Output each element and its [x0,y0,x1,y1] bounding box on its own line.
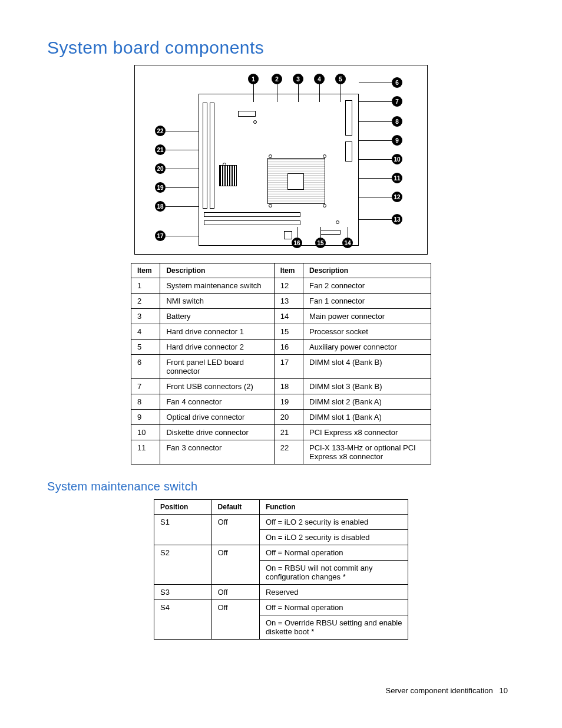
cell-description: Hard drive connector 1 [160,324,274,340]
callout-6: 6 [392,77,402,88]
table-row: S3OffReserved [154,585,408,600]
cell-function: On = RBSU will not commit any configurat… [259,561,408,585]
cell-description: Fan 2 connector [303,278,431,294]
callout-11: 11 [392,173,402,183]
callout-20: 20 [155,163,166,174]
table-row: 3Battery14Main power connector [131,309,431,324]
table-row: 2NMI switch13Fan 1 connector [131,294,431,309]
cell-default: Off [211,515,259,545]
cell-item: 2 [131,294,160,309]
callout-5: 5 [335,74,346,84]
components-table: Item Description Item Description 1Syste… [131,263,431,465]
cell-position: S4 [154,600,212,640]
table-row: 5Hard drive connector 216Auxiliary power… [131,340,431,355]
cell-item: 7 [131,379,160,394]
cell-item: 16 [274,340,303,355]
cell-item: 6 [131,355,160,379]
table-header-row: Item Description Item Description [131,263,431,278]
col-item: Item [274,263,303,278]
cell-item: 19 [274,394,303,410]
table-row: 6Front panel LED board connector17DIMM s… [131,355,431,379]
table-row: 10Diskette drive connector21PCI Express … [131,425,431,440]
cell-default: Off [211,600,259,640]
col-description: Description [303,263,431,278]
col-position: Position [154,500,212,515]
callout-8: 8 [392,116,402,127]
cell-description: PCI Express x8 connector [303,425,431,440]
callout-22: 22 [155,126,166,136]
cell-function: Off = Normal operation [259,600,408,615]
callout-4: 4 [314,74,325,84]
cell-item: 10 [131,425,160,440]
table-row: S2OffOff = Normal operation [154,545,408,561]
cell-description: DIMM slot 2 (Bank A) [303,394,431,410]
callout-19: 19 [155,182,166,193]
callout-14: 14 [342,238,353,248]
callout-3: 3 [293,74,303,84]
cell-position: S3 [154,585,212,600]
cell-description: Fan 3 connector [160,440,274,465]
callout-9: 9 [392,135,402,146]
cell-item: 22 [274,440,303,465]
callout-21: 21 [155,144,166,155]
cell-description: Front USB connectors (2) [160,379,274,394]
section-title: System maintenance switch [47,480,515,493]
table-row: 1System maintenance switch12Fan 2 connec… [131,278,431,294]
cell-function: Off = Normal operation [259,545,408,561]
cell-item: 20 [274,410,303,425]
cell-function: Off = iLO 2 security is enabled [259,515,408,530]
cell-description: Hard drive connector 2 [160,340,274,355]
footer-page-number: 10 [500,686,508,695]
table-header-row: Position Default Function [154,500,408,515]
footer-section: Server component identification [386,686,493,695]
cell-item: 4 [131,324,160,340]
col-item: Item [131,263,160,278]
cell-item: 21 [274,425,303,440]
page-footer: Server component identification 10 [386,686,508,695]
cell-description: Optical drive connector [160,410,274,425]
page-title: System board components [47,38,515,58]
cell-item: 9 [131,410,160,425]
callout-12: 12 [392,192,402,202]
cell-item: 1 [131,278,160,294]
cell-default: Off [211,545,259,585]
callout-18: 18 [155,201,166,212]
cell-item: 14 [274,309,303,324]
cell-description: System maintenance switch [160,278,274,294]
cell-function: On = Override RBSU setting and enable di… [259,615,408,640]
callout-1: 1 [248,74,259,84]
cell-description: Auxiliary power connector [303,340,431,355]
callout-15: 15 [315,238,326,248]
cell-description: Processor socket [303,324,431,340]
cell-description: DIMM slot 1 (Bank A) [303,410,431,425]
cell-description: Fan 1 connector [303,294,431,309]
table-row: S1OffOff = iLO 2 security is enabled [154,515,408,530]
cell-position: S2 [154,545,212,585]
table-row: 8Fan 4 connector19DIMM slot 2 (Bank A) [131,394,431,410]
cell-description: Diskette drive connector [160,425,274,440]
cell-item: 13 [274,294,303,309]
cell-default: Off [211,585,259,600]
cell-item: 18 [274,379,303,394]
callout-10: 10 [392,154,402,164]
cell-description: Front panel LED board connector [160,355,274,379]
table-row: S4OffOff = Normal operation [154,600,408,615]
callout-17: 17 [155,230,166,241]
cell-description: Fan 4 connector [160,394,274,410]
cell-description: DIMM slot 4 (Bank B) [303,355,431,379]
cell-item: 8 [131,394,160,410]
table-row: 9Optical drive connector20DIMM slot 1 (B… [131,410,431,425]
cell-function: Reserved [259,585,408,600]
callout-2: 2 [272,74,282,84]
cell-item: 15 [274,324,303,340]
table-row: 4Hard drive connector 115Processor socke… [131,324,431,340]
cell-position: S1 [154,515,212,545]
cell-description: NMI switch [160,294,274,309]
callout-7: 7 [392,96,402,107]
cell-item: 17 [274,355,303,379]
board-diagram: 12345678910111213222120191817161514 [134,65,428,255]
table-row: 11Fan 3 connector22PCI-X 133-MHz or opti… [131,440,431,465]
cell-item: 3 [131,309,160,324]
board-diagram-wrap: 12345678910111213222120191817161514 [47,65,515,255]
switch-table: Position Default Function S1OffOff = iLO… [154,499,408,640]
